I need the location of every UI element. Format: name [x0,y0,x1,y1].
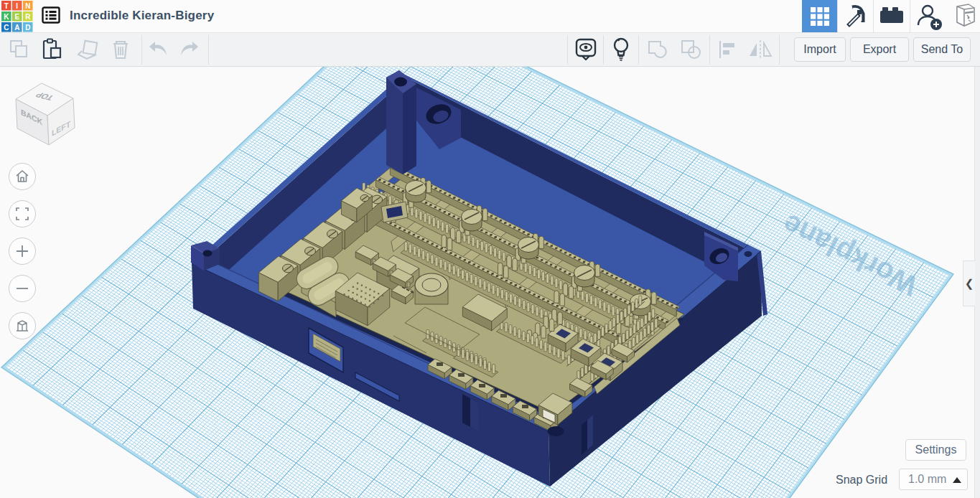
svg-text:N: N [25,2,30,10]
svg-text:A: A [14,24,19,32]
svg-text:K: K [4,13,9,21]
svg-text:R: R [25,13,31,21]
svg-text:C: C [4,24,9,32]
svg-text:I: I [16,2,18,10]
svg-text:D: D [25,24,30,32]
svg-text:E: E [14,13,19,21]
svg-text:T: T [4,2,9,10]
